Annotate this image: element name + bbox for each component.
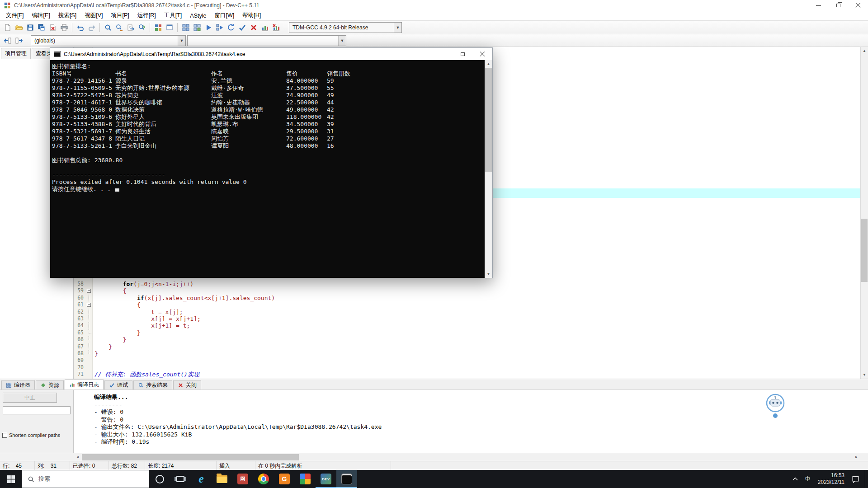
console-cell: 978-7-5133-4388-6 [52,121,115,128]
fold-collapse-icon[interactable] [87,303,91,307]
scrollbar-thumb[interactable] [485,68,492,172]
log-line: - 错误: 0 [94,408,868,416]
tab-project-manager[interactable]: 项目管理 [1,48,31,59]
console-output[interactable]: 图书销量排名:ISBN号书名作者售价销售册数978-7-229-14156-1源… [50,60,492,278]
compile-icon[interactable] [180,22,191,33]
menu-run[interactable]: 运行[R] [133,10,160,21]
back-icon[interactable] [2,35,13,46]
save-file-icon[interactable] [24,22,36,33]
taskbar-console[interactable] [336,470,357,488]
undo-icon[interactable] [75,22,86,33]
menu-astyle[interactable]: AStyle [186,11,210,20]
scroll-right-icon[interactable]: ► [853,453,860,461]
start-button[interactable] [0,470,22,488]
notification-center-icon[interactable] [852,475,859,483]
tab-compiler[interactable]: 编译器 [1,380,35,389]
console-window[interactable]: C:\Users\Administrator\AppData\Local\Tem… [50,47,493,278]
fold-gutter [85,371,93,378]
fold-marker [85,336,93,343]
taskbar-clock[interactable]: 16:53 2023/12/11 [818,472,844,486]
profile-icon[interactable] [259,22,270,33]
console-minimize-button[interactable] [433,48,453,60]
tab-close[interactable]: 关闭 [173,380,201,389]
menu-project[interactable]: 项目[P] [107,10,133,21]
profile-del-icon[interactable] [270,22,282,33]
fold-marker[interactable] [85,287,93,294]
goto-line-icon[interactable] [125,22,136,33]
console-maximize-button[interactable] [453,48,472,60]
members-select[interactable]: ▼ [187,35,346,46]
menu-search[interactable]: 搜索[S] [54,10,80,21]
new-file-icon[interactable] [2,22,13,33]
taskbar-app-orange[interactable]: G [274,470,295,488]
assistant-robot-icon[interactable] [765,393,786,422]
taskbar-cortana[interactable] [149,470,170,488]
tab-compile-log[interactable]: 编译日志 [65,379,104,389]
replace-icon[interactable] [113,22,125,33]
close-button[interactable] [848,0,868,11]
new-project-icon[interactable] [152,22,164,33]
scroll-left-icon[interactable]: ◄ [74,453,81,461]
log-horizontal-scrollbar[interactable]: ◄ ► [0,453,868,461]
shorten-paths-checkbox[interactable]: Shorten compiler paths [2,432,60,438]
compile-run-icon[interactable] [214,22,225,33]
open-file-icon[interactable] [13,22,24,33]
console-cell: 34.500000 [286,121,327,128]
show-desktop-button[interactable] [865,470,868,488]
save-all-icon[interactable] [36,22,47,33]
editor-vertical-scrollbar[interactable]: ▲ ▼ [860,47,868,379]
taskbar-chrome[interactable] [253,470,274,488]
scrollbar-thumb[interactable] [82,454,299,460]
minimize-button[interactable] [808,0,828,11]
window-icon[interactable] [164,22,175,33]
scroll-up-icon[interactable]: ▲ [485,60,492,68]
globals-select[interactable]: (globals) ▼ [31,35,186,46]
taskbar-task-view[interactable] [170,470,191,488]
find-next-icon[interactable] [136,22,147,33]
ime-indicator[interactable]: 中 [805,475,811,483]
run-icon[interactable] [203,22,214,33]
menu-help[interactable]: 帮助[H] [238,10,265,21]
taskbar-file-explorer[interactable] [212,470,232,488]
print-icon[interactable] [58,22,70,33]
compile-all-icon[interactable] [191,22,203,33]
redo-icon[interactable] [86,22,97,33]
menu-view[interactable]: 视图[V] [80,10,107,21]
compiler-select[interactable]: TDM-GCC 4.9.2 64-bit Release ▼ [289,22,402,33]
compile-icon [6,382,12,388]
menu-window[interactable]: 窗口[W] [211,10,239,21]
taskbar-edge[interactable]: e [191,470,212,488]
console-cursor [115,188,119,192]
console-cell: 你好外星人 [115,113,211,121]
forward-icon[interactable] [13,35,24,46]
fold-marker[interactable] [85,301,93,308]
scroll-up-icon[interactable]: ▲ [861,47,868,55]
tab-debug[interactable]: 调试 [104,380,132,389]
menu-edit[interactable]: 编辑[E] [28,10,54,21]
editor-line-68: 68} [74,350,860,357]
taskbar-app-colorful[interactable] [295,470,316,488]
debug-check-icon[interactable] [236,22,248,33]
fold-collapse-icon[interactable] [87,289,91,293]
menu-tools[interactable]: 工具[T] [160,10,186,21]
console-table-row: 978-7-229-14156-1源泉安.兰德84.00000059 [52,77,482,84]
statusbar: 行: 45列: 31已选择: 0总行数: 82长度: 2174插入在 0 秒内完… [0,461,868,470]
scrollbar-thumb[interactable] [861,219,868,282]
menu-file[interactable]: 文件[F] [2,10,28,21]
close-file-icon[interactable] [47,22,58,33]
taskbar-devcpp[interactable]: DEV [316,470,336,488]
console-vertical-scrollbar[interactable]: ▲ ▼ [485,60,492,278]
find-icon[interactable] [102,22,113,33]
scroll-down-icon[interactable]: ▼ [485,270,492,278]
abort-icon[interactable] [248,22,259,33]
scroll-down-icon[interactable]: ▼ [861,371,868,379]
rebuild-icon[interactable] [225,22,236,33]
restore-button[interactable] [828,0,848,11]
abort-button[interactable]: 中止 [3,393,57,403]
taskbar-search[interactable]: 搜索 [22,470,149,488]
tab-search-results[interactable]: 搜索结果 [133,380,172,389]
console-close-button[interactable] [472,48,492,60]
taskbar-app-red[interactable]: 网 [232,470,253,488]
tray-expand-chevron-icon[interactable] [793,477,798,481]
tab-resources[interactable]: 资源 [36,380,64,389]
